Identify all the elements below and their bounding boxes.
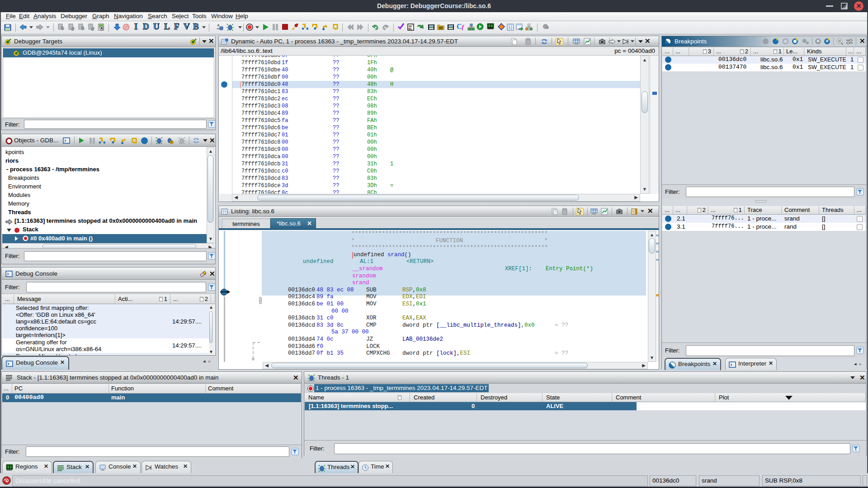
svg-text:01: 01 <box>409 27 412 30</box>
svg-text:DT: DT <box>439 27 443 29</box>
